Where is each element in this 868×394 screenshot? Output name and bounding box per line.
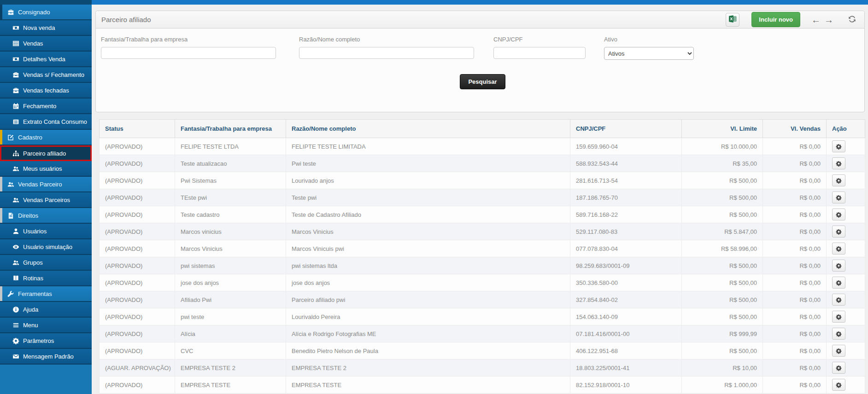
export-excel-button[interactable] [726, 13, 739, 27]
table-row: (APROVADO)jose dos anjosjose dos anjos35… [100, 274, 865, 291]
ativo-label: Ativo [604, 36, 694, 43]
cell-razao: Marcos Vinicuis pwi [286, 240, 570, 257]
row-actions-button[interactable] [832, 191, 845, 203]
sidebar-item-fechamento[interactable]: Fechamento [0, 98, 92, 114]
row-actions-button[interactable] [832, 362, 845, 374]
cnpj-input[interactable] [493, 47, 586, 59]
gear-icon [836, 314, 842, 320]
refresh-icon [848, 17, 856, 24]
sidebar-item-parametros[interactable]: Parâmetros [0, 333, 92, 349]
table-row: (AGUAR. APROVAÇÃO)EMPRESA TESTE 2EMPRESA… [100, 359, 865, 377]
cell-status: (APROVADO) [100, 325, 175, 342]
col-status: Status [100, 120, 175, 138]
users-icon [12, 259, 19, 266]
row-actions-button[interactable] [832, 379, 845, 391]
cell-acao [827, 172, 865, 189]
gear-icon [836, 161, 842, 167]
nav-forward-button[interactable]: → [822, 15, 835, 24]
fantasia-input[interactable] [101, 47, 276, 59]
sidebar-item-usuario-simulacao[interactable]: Usuário simulação [0, 239, 92, 255]
section-indicator [0, 130, 2, 145]
sidebar-item-consignado[interactable]: Consignado [0, 5, 92, 20]
sidebar-item-menu[interactable]: Menu [0, 318, 92, 333]
cell-razao: EMPRESA TESTE [286, 377, 570, 394]
cell-status: (APROVADO) [100, 274, 175, 291]
sidebar-item-label: Fechamento [23, 103, 56, 110]
sidebar-item-vendas-parceiros[interactable]: Vendas Parceiros [0, 192, 92, 208]
sidebar-item-ferramentas[interactable]: Ferramentas [0, 286, 92, 302]
col-limite: Vl. Limite [682, 120, 763, 138]
row-actions-button[interactable] [832, 209, 845, 220]
cell-acao [827, 138, 865, 155]
cell-razao: Teste pwi [286, 189, 570, 206]
sidebar-item-vendas[interactable]: Vendas [0, 36, 92, 52]
sidebar-item-rotinas[interactable]: Rotinas [0, 271, 92, 286]
cell-cnpj: 077.078.830-04 [570, 240, 682, 257]
row-actions-button[interactable] [832, 140, 845, 152]
row-actions-button[interactable] [832, 157, 845, 169]
section-indicator [0, 5, 2, 19]
cell-limite: R$ 500,00 [682, 257, 763, 274]
row-actions-button[interactable] [832, 226, 845, 238]
cell-fantasia: TEste pwi [175, 189, 286, 206]
cell-limite: R$ 5.847,00 [682, 223, 763, 240]
sidebar-item-cadastro[interactable]: Cadastro [0, 130, 92, 145]
cell-cnpj: 82.152.918/0001-10 [570, 377, 682, 394]
cell-razao: Teste de Cadastro Afiliado [286, 206, 570, 223]
sidebar-item-vendas-parceiro[interactable]: Vendas Parceiro [0, 177, 92, 192]
refresh-button[interactable] [848, 15, 856, 24]
sidebar-item-mensagem-padrao[interactable]: Mensagem Padrão [0, 349, 92, 365]
sidebar-item-parceiro-afiliado[interactable]: Parceiro afiliado [0, 145, 92, 161]
cell-limite: R$ 10.000,00 [682, 138, 763, 155]
razao-field-group: Razão/Nome completo [299, 36, 474, 60]
cell-vendas: R$ 0,00 [763, 223, 827, 240]
razao-input[interactable] [299, 47, 474, 59]
row-actions-button[interactable] [832, 277, 845, 289]
sidebar-item-vendas-s-fechamento[interactable]: Vendas s/ Fechamento [0, 67, 92, 83]
sidebar-item-grupos[interactable]: Grupos [0, 255, 92, 271]
users-icon [7, 181, 14, 188]
gear-icon [836, 263, 842, 269]
cell-razao: Marcos Vinicius [286, 223, 570, 240]
sidebar-item-detalhes-venda[interactable]: Detalhes Venda [0, 52, 92, 67]
row-actions-button[interactable] [832, 174, 845, 186]
sidebar-item-extrato-conta-consumo[interactable]: Extrato Conta Consumo [0, 114, 92, 130]
gear-icon [836, 297, 842, 303]
bars-icon [12, 322, 19, 329]
row-actions-button[interactable] [832, 243, 845, 255]
sidebar-item-label: Usuários [23, 228, 47, 235]
ativo-select[interactable]: Ativos [604, 47, 694, 60]
row-actions-button[interactable] [832, 328, 845, 340]
table-icon [12, 40, 19, 47]
cell-acao [827, 274, 865, 291]
cell-cnpj: 406.122.951-68 [570, 342, 682, 359]
sidebar-item-label: Rotinas [23, 275, 43, 282]
pesquisar-button[interactable]: Pesquisar [460, 74, 505, 89]
envelope-icon [12, 353, 19, 360]
wrench-icon [7, 290, 14, 297]
nav-back-button[interactable]: ← [809, 15, 822, 24]
sidebar-item-nova-venda[interactable]: Nova venda [0, 20, 92, 36]
sidebar-item-label: Usuário simulação [23, 243, 72, 250]
sidebar-item-label: Menu [23, 322, 38, 329]
row-actions-button[interactable] [832, 345, 845, 357]
cell-status: (APROVADO) [100, 206, 175, 223]
row-actions-button[interactable] [832, 260, 845, 272]
sidebar-item-label: Grupos [23, 259, 43, 266]
sidebar-item-label: Vendas Parceiros [23, 197, 70, 203]
user-icon [12, 228, 19, 235]
incluir-novo-button[interactable]: Incluir novo [751, 12, 800, 27]
sidebar-item-direitos[interactable]: Direitos [0, 208, 92, 224]
sidebar-item-label: Ajuda [23, 306, 38, 313]
table-row: (APROVADO)CVCBenedito Pietro Nelson de P… [100, 342, 865, 359]
sidebar-item-usuarios[interactable]: Usuários [0, 224, 92, 239]
cell-limite: R$ 500,00 [682, 172, 763, 189]
cell-fantasia: Teste atualizacao [175, 155, 286, 172]
sitemap-icon [12, 150, 19, 157]
row-actions-button[interactable] [832, 311, 845, 323]
sidebar-item-ajuda[interactable]: Ajuda [0, 302, 92, 318]
sidebar-item-vendas-fechadas[interactable]: Vendas fechadas [0, 83, 92, 98]
sidebar-item-meus-usuarios[interactable]: Meus usuários [0, 161, 92, 177]
main-content: Parceiro afiliado Incluir novo ← → Fanta… [92, 0, 868, 394]
row-actions-button[interactable] [832, 294, 845, 306]
